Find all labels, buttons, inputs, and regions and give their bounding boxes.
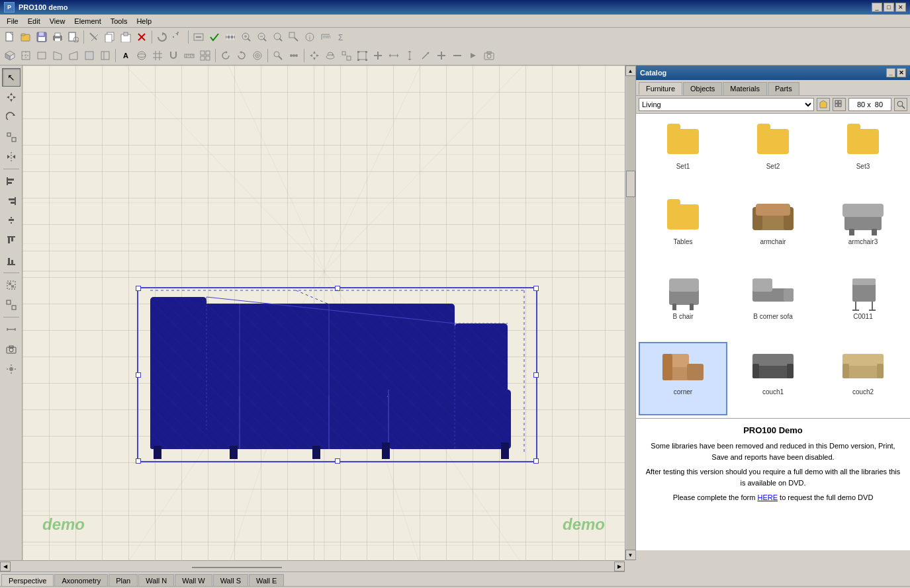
select-tool-button[interactable]: ↖ bbox=[2, 68, 21, 87]
object-info-button[interactable]: i bbox=[302, 30, 317, 44]
tab-furniture[interactable]: Furniture bbox=[639, 82, 682, 95]
open-button[interactable] bbox=[19, 30, 33, 44]
arrows-button[interactable] bbox=[371, 48, 385, 63]
catalog-item-c0011[interactable]: C0011 bbox=[819, 267, 907, 341]
ruler-button[interactable] bbox=[182, 48, 197, 63]
align-top-button[interactable] bbox=[2, 231, 21, 250]
print-preview-button[interactable] bbox=[66, 30, 81, 44]
group-button[interactable] bbox=[2, 276, 21, 294]
category-dropdown[interactable]: Living Bedroom Kitchen Office bbox=[639, 98, 814, 111]
align-center-button[interactable] bbox=[2, 212, 21, 230]
catalog-item-set3[interactable]: Set3 bbox=[819, 116, 907, 190]
view-top-button[interactable] bbox=[19, 48, 33, 63]
view-front-button[interactable] bbox=[34, 48, 49, 63]
camera-toolbar-button[interactable] bbox=[482, 48, 496, 63]
menu-tools[interactable]: Tools bbox=[107, 16, 132, 26]
tab-plan[interactable]: Plan bbox=[109, 574, 138, 586]
scale-tool-button[interactable] bbox=[2, 128, 21, 146]
catalog-close-button[interactable]: ✕ bbox=[897, 68, 906, 77]
scroll-up-arrow[interactable]: ▲ bbox=[625, 65, 636, 76]
tab-wall-w[interactable]: Wall W bbox=[175, 574, 212, 586]
target-button[interactable] bbox=[250, 48, 265, 63]
measure-button[interactable] bbox=[223, 30, 238, 44]
move-tool-button[interactable] bbox=[2, 88, 21, 106]
rotate-cw-button[interactable] bbox=[234, 48, 249, 63]
tab-materials[interactable]: Materials bbox=[723, 82, 767, 95]
catalog-item-armchair3[interactable]: armchair3 bbox=[819, 192, 907, 266]
magnet-button[interactable] bbox=[166, 48, 181, 63]
tab-perspective[interactable]: Perspective bbox=[1, 574, 54, 586]
view-right-button[interactable] bbox=[66, 48, 81, 63]
text-tool-button[interactable]: A bbox=[118, 48, 133, 63]
print-button[interactable] bbox=[50, 30, 65, 44]
tab-parts[interactable]: Parts bbox=[768, 82, 799, 95]
refresh-button[interactable] bbox=[155, 30, 169, 44]
view-bottom-button[interactable] bbox=[82, 48, 97, 63]
snap-x-button[interactable] bbox=[387, 48, 401, 63]
arrow-right-button[interactable] bbox=[466, 48, 480, 63]
rotate-z-button[interactable] bbox=[418, 48, 433, 63]
size-input[interactable] bbox=[848, 98, 891, 111]
menu-file[interactable]: File bbox=[3, 16, 23, 26]
catalog-pin-button[interactable]: _ bbox=[886, 68, 895, 77]
export-button[interactable] bbox=[191, 30, 206, 44]
align-left-button[interactable] bbox=[2, 172, 21, 190]
new-button[interactable] bbox=[3, 30, 17, 44]
dots-button[interactable] bbox=[287, 48, 301, 63]
catalog-item-corner[interactable]: corner bbox=[639, 342, 727, 416]
zoom-fit-button[interactable] bbox=[271, 30, 285, 44]
grid2-button[interactable] bbox=[198, 48, 212, 63]
align-bottom-button[interactable] bbox=[2, 251, 21, 270]
snap-y-button[interactable] bbox=[402, 48, 417, 63]
minimize-button[interactable]: _ bbox=[872, 3, 882, 12]
catalog-item-couch2[interactable]: couch2 bbox=[819, 342, 907, 416]
tab-objects[interactable]: Objects bbox=[683, 82, 722, 95]
menu-edit[interactable]: Edit bbox=[24, 16, 44, 26]
mirror-tool-button[interactable] bbox=[2, 147, 21, 166]
scroll-track[interactable] bbox=[626, 76, 635, 550]
catalog-item-bcornersofa[interactable]: B corner sofa bbox=[729, 267, 817, 341]
rotate3d-button[interactable] bbox=[323, 48, 338, 63]
canvas-area[interactable]: demo demo bbox=[23, 65, 625, 560]
vertical-scrollbar[interactable]: ▲ ▼ bbox=[625, 65, 635, 560]
view-back-button[interactable] bbox=[98, 48, 113, 63]
close-button[interactable]: ✕ bbox=[895, 3, 906, 12]
rotate-ccw-button[interactable] bbox=[218, 48, 233, 63]
catalog-item-set1[interactable]: Set1 bbox=[639, 116, 727, 190]
grid-view-button[interactable] bbox=[833, 98, 846, 111]
catalog-item-bchair[interactable]: B chair bbox=[639, 267, 727, 341]
sigma-button[interactable]: Σ bbox=[334, 30, 349, 44]
undo-button[interactable] bbox=[171, 30, 185, 44]
menu-help[interactable]: Help bbox=[132, 16, 156, 26]
tab-wall-e[interactable]: Wall E bbox=[249, 574, 284, 586]
add-category-button[interactable] bbox=[817, 98, 830, 111]
tab-wall-s[interactable]: Wall S bbox=[213, 574, 248, 586]
zoom-out-button[interactable] bbox=[255, 30, 269, 44]
catalog-item-couch1[interactable]: couch1 bbox=[729, 342, 817, 416]
tab-axonometry[interactable]: Axonometry bbox=[54, 574, 108, 586]
grid-button[interactable] bbox=[150, 48, 165, 63]
catalog-grid[interactable]: Set1 Set2 Set3 Tables bbox=[636, 114, 910, 418]
copy-button[interactable] bbox=[103, 30, 117, 44]
catalog-item-armchair[interactable]: armchair bbox=[729, 192, 817, 266]
view-3d-button[interactable] bbox=[3, 48, 17, 63]
paste-button[interactable] bbox=[118, 30, 133, 44]
move-button[interactable] bbox=[307, 48, 322, 63]
menu-element[interactable]: Element bbox=[70, 16, 105, 26]
size-zoom-button[interactable] bbox=[894, 98, 907, 111]
view-left-button[interactable] bbox=[50, 48, 65, 63]
save-button[interactable] bbox=[34, 30, 49, 44]
scale-button[interactable] bbox=[339, 48, 353, 63]
camera-tool-button[interactable] bbox=[2, 340, 21, 358]
scroll-down-arrow[interactable]: ▼ bbox=[625, 550, 636, 560]
scroll-left-arrow[interactable]: ◀ bbox=[0, 562, 11, 571]
here-link[interactable]: HERE bbox=[757, 493, 778, 501]
h-scroll-thumb[interactable] bbox=[192, 567, 283, 568]
rotate-tool-button[interactable] bbox=[2, 108, 21, 126]
scroll-right-arrow[interactable]: ▶ bbox=[614, 562, 625, 571]
check-button[interactable] bbox=[207, 30, 222, 44]
zoom-in-button[interactable] bbox=[239, 30, 253, 44]
zoom-window-button[interactable] bbox=[287, 30, 301, 44]
sofa-container[interactable] bbox=[137, 287, 537, 462]
sphere-button[interactable] bbox=[134, 48, 149, 63]
